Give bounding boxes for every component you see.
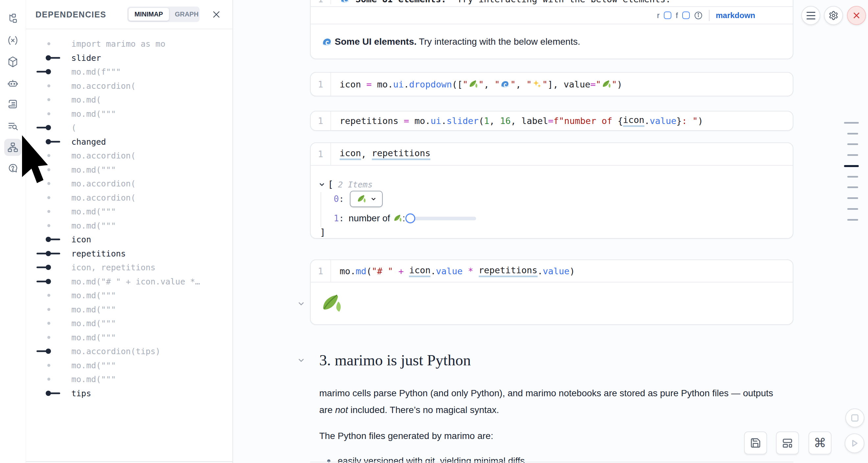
- collapse-section-chevron[interactable]: [298, 357, 305, 364]
- scroll-minimap-line[interactable]: [847, 176, 858, 178]
- wave-emoji: [500, 80, 509, 89]
- minimap-item[interactable]: mo.md(""": [26, 303, 232, 317]
- scroll-minimap-line[interactable]: [847, 186, 858, 188]
- layout-toggle-button[interactable]: [776, 431, 799, 455]
- minimap-item[interactable]: mo.accordion(: [26, 149, 232, 163]
- code-token: repetitions: [372, 148, 431, 160]
- tab-graph[interactable]: GRAPH: [169, 8, 205, 21]
- minimap-item-label: mo.md(""": [71, 333, 116, 342]
- scroll-minimap-line-active[interactable]: [844, 165, 859, 167]
- next-cell-edge: [310, 462, 794, 462]
- minimap-item[interactable]: mo.md(""": [26, 219, 232, 233]
- code-editor[interactable]: 1 repetitions = mo.ui.slider(1, 16, labe…: [311, 112, 793, 130]
- code-token: ": [510, 79, 516, 89]
- paragraph: marimo cells parse Python (and only Pyth…: [319, 385, 780, 418]
- format-checkbox[interactable]: [682, 11, 690, 19]
- code-token: [463, 266, 468, 276]
- cell-icon-dropdown[interactable]: 1 icon = mo.ui.dropdown(["", "", ""], va…: [310, 72, 794, 96]
- slider-track[interactable]: [410, 217, 476, 220]
- minimap-item[interactable]: icon: [26, 233, 232, 247]
- cell-md-heading[interactable]: 1 mo.md("# " + icon.value * repetitions.…: [310, 259, 794, 325]
- minimap-item[interactable]: changed: [26, 135, 232, 149]
- close-panel-button[interactable]: [211, 9, 222, 20]
- cell-connection-marker: [38, 372, 61, 387]
- info-icon[interactable]: [694, 11, 703, 20]
- minimap-item-label: mo.md(""": [71, 109, 116, 118]
- notebook-menu-button[interactable]: [801, 6, 820, 25]
- code-token: .: [644, 116, 650, 126]
- minimap-item[interactable]: mo.md(""": [26, 316, 232, 331]
- minimap-item[interactable]: mo.md(f""": [26, 65, 232, 79]
- panel-resize-handle[interactable]: [26, 461, 232, 462]
- cell-output: Some UI elements. Try interacting with t…: [321, 24, 755, 60]
- logs-icon[interactable]: [4, 96, 21, 113]
- minimap-item[interactable]: mo.accordion(: [26, 79, 232, 93]
- run-cells-button[interactable]: [845, 433, 864, 453]
- cell-repetitions-slider[interactable]: 1 repetitions = mo.ui.slider(1, 16, labe…: [310, 111, 794, 131]
- scroll-minimap-line[interactable]: [847, 208, 858, 210]
- ai-assistant-icon[interactable]: [4, 75, 21, 92]
- minimap-item[interactable]: mo.md(""": [26, 288, 232, 303]
- variables-icon[interactable]: [4, 32, 21, 49]
- minimap-item[interactable]: mo.md(""": [26, 331, 232, 345]
- scroll-minimap-line[interactable]: [847, 197, 858, 199]
- minimap-item[interactable]: slider: [26, 51, 232, 65]
- output-bold-text: Some UI elements.: [335, 36, 416, 47]
- minimap-item[interactable]: mo.md(""": [26, 163, 232, 177]
- minimap-item[interactable]: mo.accordion(: [26, 191, 232, 205]
- dependency-graph-icon[interactable]: [4, 139, 21, 156]
- reactive-checkbox[interactable]: [664, 11, 671, 19]
- code-token: ,: [489, 116, 500, 126]
- slider-knob[interactable]: [405, 213, 415, 223]
- tree-expand-row[interactable]: [ 2 Items: [319, 179, 373, 190]
- minimap-item[interactable]: (: [26, 121, 232, 135]
- minimap-item[interactable]: tips: [26, 387, 232, 401]
- minimap-item[interactable]: mo.md(""": [26, 359, 232, 373]
- minimap-item[interactable]: mo.md(""": [26, 107, 232, 121]
- repetitions-slider[interactable]: [410, 211, 482, 225]
- collapse-output-chevron[interactable]: [298, 300, 305, 307]
- cell-tuple-output[interactable]: 1 icon, repetitions [ 2 Items 0: 1: numb…: [310, 143, 794, 239]
- minimap-item[interactable]: mo.md(""": [26, 205, 232, 219]
- language-mode-label[interactable]: markdown: [716, 11, 755, 20]
- code-token: ": [542, 79, 548, 89]
- line-number: 1: [311, 112, 331, 130]
- code-line: icon = mo.ui.dropdown(["", "", ""], valu…: [331, 79, 622, 89]
- scroll-minimap-line[interactable]: [847, 219, 858, 221]
- code-token: "# ": [372, 266, 393, 276]
- minimap-item[interactable]: mo.md("# " + icon.value *…: [26, 275, 232, 289]
- keyboard-shortcuts-button[interactable]: ⌘: [808, 431, 832, 455]
- settings-button[interactable]: [824, 6, 843, 25]
- code-editor[interactable]: 1 mo.md("# " + icon.value * repetitions.…: [311, 260, 793, 282]
- packages-icon[interactable]: [4, 53, 21, 70]
- code-token: ": [526, 79, 532, 89]
- stop-kernel-button[interactable]: [845, 408, 864, 428]
- cell-markdown-intro[interactable]: 1 Some UI elements. Try interacting with…: [310, 0, 794, 59]
- section-heading: 3. marimo is just Python: [319, 351, 471, 369]
- save-button[interactable]: [744, 431, 767, 455]
- minimap-item[interactable]: import marimo as mo: [26, 37, 232, 51]
- shutdown-button[interactable]: [847, 6, 866, 25]
- code-editor[interactable]: 1 icon = mo.ui.dropdown(["", "", ""], va…: [311, 73, 793, 96]
- icon-dropdown-select[interactable]: [350, 191, 383, 207]
- file-explorer-icon[interactable]: [4, 10, 21, 28]
- code-token: .: [430, 266, 436, 276]
- minimap-item[interactable]: mo.md(: [26, 93, 232, 107]
- minimap-item[interactable]: icon, repetitions: [26, 260, 232, 275]
- scratchpad-search-icon[interactable]: [4, 117, 21, 134]
- tree-item-1: 1: number of :: [334, 211, 482, 225]
- code-editor[interactable]: 1 Some UI elements. Try interacting with…: [311, 0, 793, 7]
- minimap-item[interactable]: repetitions: [26, 247, 232, 261]
- scroll-minimap-line[interactable]: [847, 143, 858, 145]
- scroll-minimap-line[interactable]: [847, 154, 858, 156]
- minimap-item[interactable]: mo.accordion(: [26, 177, 232, 191]
- help-icon[interactable]: [4, 160, 21, 177]
- paragraph: The Python files generated by marimo are…: [319, 431, 493, 441]
- minimap-item[interactable]: mo.accordion(tips): [26, 344, 232, 359]
- scroll-minimap-line[interactable]: [847, 133, 858, 134]
- scroll-minimap-line[interactable]: [844, 122, 859, 124]
- minimap-item[interactable]: mo.md(""": [26, 372, 232, 387]
- cell-connection-marker: [38, 219, 61, 233]
- code-editor[interactable]: 1 icon, repetitions: [311, 143, 793, 166]
- tab-minimap[interactable]: MINIMAP: [129, 8, 169, 21]
